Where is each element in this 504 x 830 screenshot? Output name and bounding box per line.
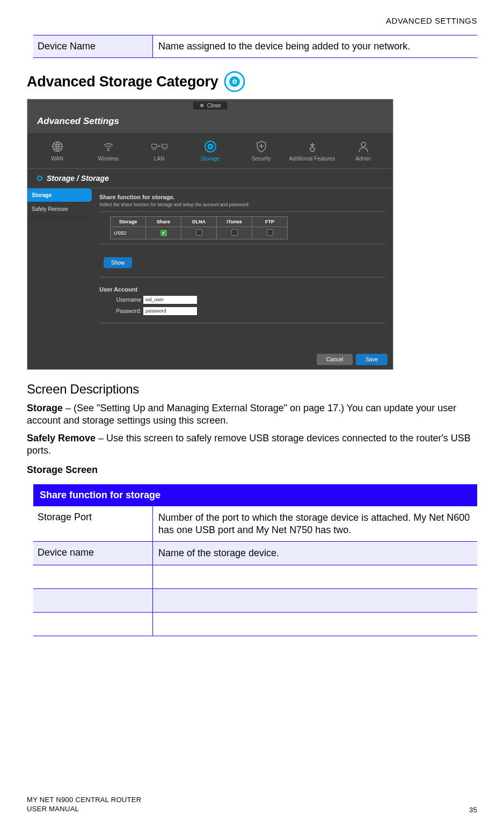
nav-label: Wireless [83,156,134,162]
footer-product: MY NET N900 CENTRAL ROUTER [27,795,141,805]
svg-point-10 [209,145,211,148]
ftp-checkbox[interactable] [267,229,273,236]
globe-icon [32,140,83,154]
row-storage-name: USB2 [111,227,146,239]
row-label: Device name [33,542,153,565]
nav-label: Storage [185,156,236,162]
nav-additional[interactable]: Additional Features [287,136,338,164]
close-label: Close [207,103,221,108]
cancel-button[interactable]: Cancel [317,354,353,365]
ftp-checkbox-cell [252,227,288,239]
storage-icon [185,140,236,154]
nav-admin[interactable]: Admin [338,136,389,164]
nav-lan[interactable]: LAN [134,136,185,164]
username-input[interactable]: wd_user [143,296,197,304]
user-icon [338,140,389,154]
share-table: Storage Share DLNA iTunes FTP USB2 ✔ [110,216,288,239]
nav-label: LAN [134,156,185,162]
divider [99,323,385,323]
divider [99,277,385,278]
safely-remove-description: Safely Remove – Use this screen to safel… [27,432,477,457]
sidebar-item-safely-remove[interactable]: Safely Remove [27,202,92,216]
table-row [33,589,477,613]
col-share: Share [146,217,181,227]
password-label: Password: [99,308,141,314]
username-label: Username [99,297,141,303]
storage-text: – (See "Setting Up and Managing External… [27,403,456,426]
nav-label: Security [236,156,287,162]
table-row: Device name Name of the storage device. [33,542,477,565]
table-row [33,565,477,589]
user-account-heading: User Account [99,286,385,293]
breadcrumb-icon [37,176,42,181]
share-checkbox[interactable]: ✔ [160,230,167,236]
svg-point-3 [233,81,236,83]
device-name-label: Device Name [33,35,153,57]
top-nav: WAN Wireless LAN Storage [27,133,393,169]
col-itunes: iTunes [217,217,252,227]
nav-label: Additional Features [287,156,338,162]
share-checkbox-cell: ✔ [146,227,181,239]
sidebar-item-storage[interactable]: Storage [27,188,92,202]
share-function-table: Share function for storage Storage Port … [33,484,477,636]
page-number: 35 [469,806,477,814]
svg-point-11 [310,147,315,151]
close-bar: ✕ Close [27,99,393,111]
divider [99,212,385,212]
footer-manual: USER MANUAL [27,804,141,814]
router-ui-screenshot: ✕ Close Advanced Settings WAN Wireless [27,99,393,370]
disc-storage-icon [224,71,245,92]
wifi-icon [83,140,134,154]
close-button[interactable]: ✕ Close [193,101,228,110]
dlna-checkbox-cell [181,227,217,239]
page-footer: MY NET N900 CENTRAL ROUTER USER MANUAL 3… [27,795,477,814]
svg-point-12 [361,142,366,147]
col-dlna: DLNA [181,217,217,227]
dlna-checkbox[interactable] [196,229,202,236]
storage-screen-subheading: Storage Screen [27,464,477,476]
table-header: Share function for storage [33,484,477,506]
plus-gear-icon [287,140,338,154]
breadcrumb-text: Storage / Storage [47,174,109,183]
shield-icon [236,140,287,154]
row-label: Storage Port [33,506,153,541]
save-button[interactable]: Save [356,354,388,365]
nav-storage[interactable]: Storage [185,136,236,164]
storage-description: Storage – (See "Setting Up and Managing … [27,402,477,427]
svg-point-5 [108,150,109,151]
nav-wan[interactable]: WAN [32,136,83,164]
table-header-row: Storage Share DLNA iTunes FTP [111,217,288,227]
show-button[interactable]: Show [104,257,132,268]
lan-icon [134,140,185,154]
nav-wireless[interactable]: Wireless [83,136,134,164]
storage-bold: Storage [27,403,63,413]
panel-subtitle: Select the share function for storage an… [99,202,385,207]
screen-descriptions-heading: Screen Descriptions [27,382,477,397]
divider [99,244,385,244]
itunes-checkbox[interactable] [231,229,238,236]
main-panel: Share function for storage. Select the s… [92,188,393,350]
row-desc: Number of the port to which the storage … [153,506,477,541]
safely-remove-bold: Safely Remove [27,433,96,443]
settings-title: Advanced Settings [27,111,393,133]
table-row: Device Name Name assigned to the device … [33,35,477,58]
svg-rect-6 [151,144,156,148]
row-desc: Name of the storage device. [153,542,477,565]
itunes-checkbox-cell [217,227,252,239]
device-name-table: Device Name Name assigned to the device … [33,35,477,58]
col-ftp: FTP [252,217,288,227]
device-name-desc: Name assigned to the device being added … [153,35,477,57]
password-input[interactable]: password [143,307,197,315]
dialog-buttons: Cancel Save [27,350,393,369]
close-icon: ✕ [200,103,204,108]
table-row: Storage Port Number of the port to which… [33,506,477,542]
svg-rect-7 [162,144,167,148]
nav-security[interactable]: Security [236,136,287,164]
settings-sidebar: Storage Safely Remove [27,188,92,350]
col-storage: Storage [111,217,146,227]
category-heading: Advanced Storage Category [27,74,218,90]
panel-title: Share function for storage. [99,194,385,200]
breadcrumb: Storage / Storage [27,169,393,188]
nav-label: Admin [338,156,389,162]
nav-label: WAN [32,156,83,162]
